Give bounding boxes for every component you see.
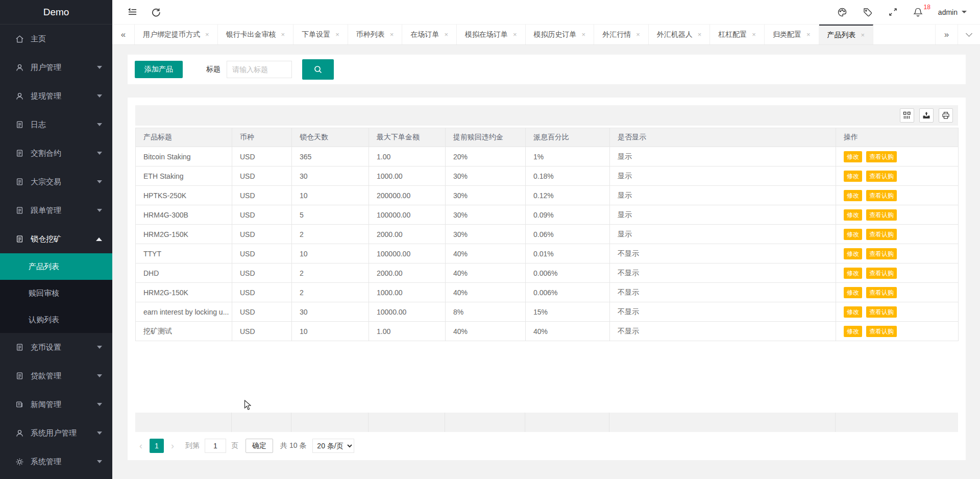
topbar-right: 18 admin bbox=[837, 7, 967, 17]
sidebar-item-system-users[interactable]: 系统用户管理 bbox=[0, 419, 112, 447]
sidebar-item-loan-management[interactable]: 贷款管理 bbox=[0, 362, 112, 390]
goto-page-input[interactable] bbox=[205, 439, 226, 453]
tab-order-settings[interactable]: 下单设置× bbox=[293, 25, 348, 44]
chevron-down-icon bbox=[97, 460, 102, 463]
close-icon[interactable]: × bbox=[281, 31, 285, 38]
sidebar-item-home[interactable]: 主页 bbox=[0, 25, 112, 53]
view-subscriptions-button[interactable]: 查看认购 bbox=[866, 209, 897, 221]
sidebar-item-copy-trade[interactable]: 跟单管理 bbox=[0, 196, 112, 225]
edit-button[interactable]: 修改 bbox=[844, 268, 862, 279]
sidebar-subitem-redeem-review[interactable]: 赎回审核 bbox=[0, 280, 112, 306]
cell-title: DHD bbox=[136, 264, 232, 283]
user-menu[interactable]: admin bbox=[938, 8, 967, 16]
tab-open-orders[interactable]: 在场订单× bbox=[402, 25, 457, 44]
tab-forex-robot[interactable]: 外汇机器人× bbox=[649, 25, 710, 44]
close-icon[interactable]: × bbox=[582, 31, 586, 38]
close-icon[interactable]: × bbox=[636, 31, 640, 38]
sidebar-item-logs[interactable]: 日志 bbox=[0, 110, 112, 139]
edit-button[interactable]: 修改 bbox=[844, 209, 862, 221]
view-subscriptions-button[interactable]: 查看认购 bbox=[866, 287, 897, 298]
title-filter-input[interactable] bbox=[227, 61, 292, 78]
tabs-scroll-left[interactable]: « bbox=[112, 25, 135, 44]
page-size-select[interactable]: 20 条/页 bbox=[312, 439, 354, 453]
search-icon bbox=[313, 64, 323, 75]
theme-palette-icon[interactable] bbox=[837, 7, 847, 17]
sidebar-item-label: 系统管理 bbox=[31, 457, 61, 467]
close-icon[interactable]: × bbox=[390, 31, 394, 38]
close-icon[interactable]: × bbox=[335, 31, 339, 38]
edit-button[interactable]: 修改 bbox=[844, 151, 862, 162]
close-icon[interactable]: × bbox=[205, 31, 209, 38]
close-icon[interactable]: × bbox=[861, 32, 865, 38]
cell-penalty: 40% bbox=[446, 283, 526, 302]
sidebar-subitem-product-list[interactable]: 产品列表 bbox=[0, 253, 112, 280]
view-subscriptions-button[interactable]: 查看认购 bbox=[866, 306, 897, 318]
cell-title: earn interest by locking u... bbox=[136, 302, 232, 322]
close-icon[interactable]: × bbox=[806, 31, 811, 38]
close-icon[interactable]: × bbox=[444, 31, 448, 38]
cell-currency: USD bbox=[232, 147, 292, 166]
sidebar-item-withdraw-management[interactable]: 提现管理 bbox=[0, 82, 112, 110]
next-page-icon[interactable]: › bbox=[167, 441, 178, 451]
export-button[interactable] bbox=[919, 108, 934, 123]
add-product-button[interactable]: 添加产品 bbox=[135, 61, 183, 78]
sidebar-item-deposit-settings[interactable]: 充币设置 bbox=[0, 333, 112, 362]
footer-cell bbox=[445, 413, 525, 432]
tab-bankcard-review[interactable]: 银行卡出金审核× bbox=[218, 25, 294, 44]
sidebar-item-block-trade[interactable]: 大宗交易 bbox=[0, 167, 112, 196]
tabs-scroll-right[interactable]: » bbox=[935, 25, 958, 44]
close-icon[interactable]: × bbox=[752, 31, 756, 38]
fullscreen-icon[interactable] bbox=[888, 7, 898, 17]
sidebar-item-lockup-mining[interactable]: 锁仓挖矿 bbox=[0, 225, 112, 253]
search-button[interactable] bbox=[302, 59, 334, 80]
edit-button[interactable]: 修改 bbox=[844, 190, 862, 201]
sidebar-subitem-subscription-list[interactable]: 认购列表 bbox=[0, 306, 112, 333]
edit-button[interactable]: 修改 bbox=[844, 326, 862, 337]
prev-page-icon[interactable]: ‹ bbox=[135, 441, 146, 451]
tab-category-config[interactable]: 归类配置× bbox=[765, 25, 819, 44]
view-subscriptions-button[interactable]: 查看认购 bbox=[866, 268, 897, 279]
tab-user-bind-withdraw[interactable]: 用户绑定提币方式× bbox=[135, 25, 218, 44]
notifications-bell-icon[interactable]: 18 bbox=[913, 7, 923, 17]
close-icon[interactable]: × bbox=[513, 31, 517, 38]
filter-columns-button[interactable] bbox=[900, 108, 914, 123]
tab-sim-history-orders[interactable]: 模拟历史订单× bbox=[526, 25, 595, 44]
tab-leverage-config[interactable]: 杠杠配置× bbox=[710, 25, 765, 44]
cell-interest: 40% bbox=[526, 322, 610, 341]
collapse-sidebar-icon[interactable] bbox=[128, 8, 137, 16]
edit-button[interactable]: 修改 bbox=[844, 229, 862, 240]
view-subscriptions-button[interactable]: 查看认购 bbox=[866, 151, 897, 162]
sidebar-item-label: 新闻管理 bbox=[31, 400, 61, 410]
confirm-page-button[interactable]: 确定 bbox=[246, 439, 273, 453]
table-header-row: 产品标题 币种 锁仓天数 最大下单金额 提前赎回违约金 派息百分比 是否显示 操… bbox=[136, 128, 959, 147]
cell-actions: 修改查看认购 bbox=[836, 147, 959, 166]
print-button[interactable] bbox=[939, 108, 953, 123]
view-subscriptions-button[interactable]: 查看认购 bbox=[866, 171, 897, 182]
edit-button[interactable]: 修改 bbox=[844, 306, 862, 318]
tab-currency-list[interactable]: 币种列表× bbox=[348, 25, 403, 44]
cell-interest: 0.01% bbox=[526, 244, 610, 264]
current-page[interactable]: 1 bbox=[150, 439, 164, 453]
cell-actions: 修改查看认购 bbox=[836, 166, 959, 186]
view-subscriptions-button[interactable]: 查看认购 bbox=[866, 229, 897, 240]
view-subscriptions-button[interactable]: 查看认购 bbox=[866, 190, 897, 201]
refresh-icon[interactable] bbox=[152, 8, 161, 17]
edit-button[interactable]: 修改 bbox=[844, 171, 862, 182]
sidebar-item-news-management[interactable]: 新闻管理 bbox=[0, 390, 112, 419]
tab-label: 产品列表 bbox=[827, 31, 856, 40]
close-icon[interactable]: × bbox=[698, 31, 702, 38]
sidebar-item-system-management[interactable]: 系统管理 bbox=[0, 447, 112, 476]
cell-lock-days: 30 bbox=[292, 166, 369, 186]
cell-penalty: 30% bbox=[446, 186, 526, 205]
tab-sim-open-orders[interactable]: 模拟在场订单× bbox=[457, 25, 526, 44]
tag-icon[interactable] bbox=[863, 7, 873, 17]
tabs-menu-toggle[interactable] bbox=[958, 25, 980, 44]
edit-button[interactable]: 修改 bbox=[844, 287, 862, 298]
view-subscriptions-button[interactable]: 查看认购 bbox=[866, 248, 897, 259]
view-subscriptions-button[interactable]: 查看认购 bbox=[866, 326, 897, 337]
tab-product-list[interactable]: 产品列表× bbox=[819, 25, 874, 44]
sidebar-item-user-management[interactable]: 用户管理 bbox=[0, 53, 112, 82]
sidebar-item-delivery-contract[interactable]: 交割合约 bbox=[0, 139, 112, 167]
edit-button[interactable]: 修改 bbox=[844, 248, 862, 259]
tab-forex-quotes[interactable]: 外汇行情× bbox=[594, 25, 649, 44]
